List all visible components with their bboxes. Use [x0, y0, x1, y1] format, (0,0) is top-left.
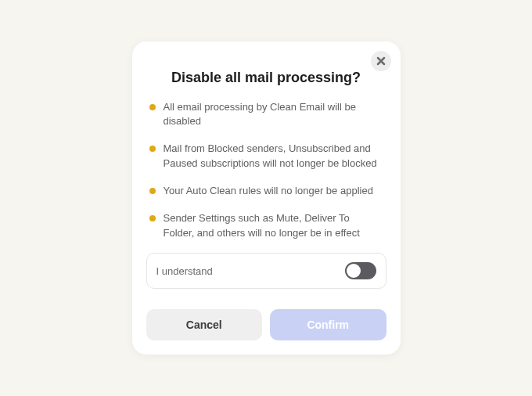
- bullet-text: All email processing by Clean Email will…: [164, 100, 383, 130]
- close-button[interactable]: [371, 51, 391, 71]
- confirm-button[interactable]: Confirm: [270, 309, 386, 340]
- list-item: Mail from Blocked senders, Unsubscribed …: [149, 142, 383, 171]
- bullet-dot-icon: [149, 146, 156, 152]
- cancel-button[interactable]: Cancel: [146, 309, 263, 340]
- bullet-text: Mail from Blocked senders, Unsubscribed …: [164, 142, 383, 171]
- disable-mail-modal: Disable all mail processing? All email p…: [132, 41, 401, 355]
- bullet-dot-icon: [149, 104, 156, 110]
- toggle-knob-icon: [347, 264, 361, 278]
- list-item: Your Auto Clean rules will no longer be …: [149, 184, 383, 199]
- modal-title: Disable all mail processing?: [146, 70, 386, 86]
- understand-label: I understand: [156, 265, 213, 277]
- bullet-dot-icon: [149, 215, 156, 221]
- bullet-dot-icon: [149, 188, 156, 194]
- understand-row: I understand: [146, 253, 386, 289]
- list-item: Sender Settings such as Mute, Deliver To…: [149, 211, 383, 241]
- close-icon: [376, 56, 386, 66]
- bullet-text: Your Auto Clean rules will no longer be …: [164, 184, 373, 199]
- modal-footer: Cancel Confirm: [146, 309, 386, 340]
- list-item: All email processing by Clean Email will…: [149, 100, 383, 130]
- bullet-list: All email processing by Clean Email will…: [146, 100, 386, 241]
- understand-toggle[interactable]: [345, 262, 376, 279]
- bullet-text: Sender Settings such as Mute, Deliver To…: [164, 211, 383, 241]
